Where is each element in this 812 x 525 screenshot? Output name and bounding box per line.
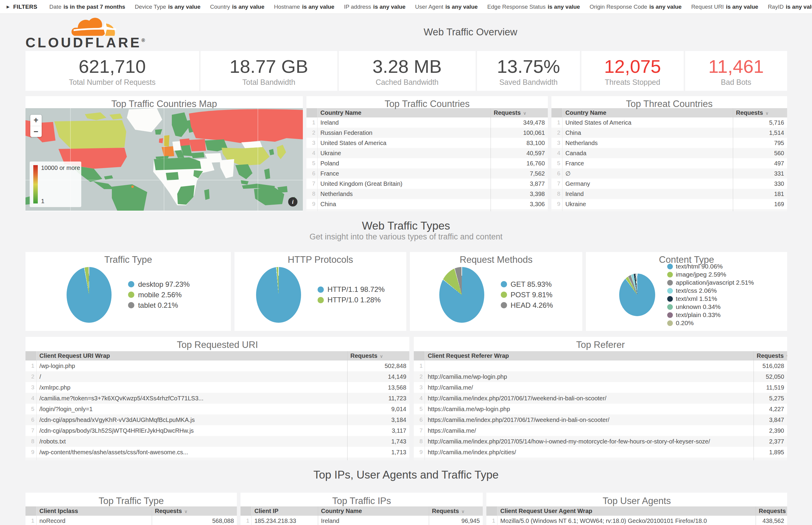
kpi-threats-stopped: 12,075Threats Stopped — [581, 51, 683, 91]
column-header[interactable]: Country Name — [317, 108, 490, 118]
http-protocols-pie[interactable] — [256, 267, 301, 323]
legend-item: HTTP/1.1 98.72% — [318, 285, 385, 294]
panel-title: HTTP Protocols — [235, 252, 406, 264]
table-row[interactable]: 5https://camilia.me/wp-login.php4,227 — [414, 404, 787, 415]
table-row[interactable]: 2http://camilia.me/wp-login.php52,050 — [414, 371, 787, 382]
column-header[interactable]: Requests∨ — [152, 507, 237, 516]
sort-chevron-icon: ∨ — [786, 354, 787, 359]
table-row[interactable]: 5France497 — [551, 158, 787, 168]
table-row[interactable]: 7Germany330 — [551, 179, 787, 189]
table-row[interactable]: 8Ireland181 — [551, 189, 787, 199]
top-threat-countries-table: Country NameRequests∨1United States of A… — [551, 108, 787, 211]
filter-item[interactable]: Device Typeis any value — [135, 4, 201, 10]
column-header[interactable]: Requests∨ — [754, 351, 787, 360]
country-germany — [173, 141, 181, 151]
filter-item[interactable]: IP addressis any value — [344, 4, 405, 10]
table-row[interactable]: 1noRecord568,088 — [26, 516, 237, 525]
filter-bar[interactable]: ▶ FILTERS Dateis in the past 7 monthsDev… — [0, 0, 812, 14]
column-header[interactable]: Requests∨ — [347, 351, 409, 360]
column-header[interactable]: Client Request URI Wrap — [36, 351, 347, 360]
section-title-web-traffic-types: Web Traffic Types — [0, 220, 812, 232]
table-row[interactable]: 1516,028 — [414, 360, 787, 371]
table-row[interactable]: 1Mozilla/5.0 (Windows NT 6.1; WOW64; rv:… — [486, 516, 787, 525]
table-row[interactable]: 3Netherlands795 — [551, 138, 787, 148]
table-row[interactable]: 4http://camilia.me/index.php/2017/06/17/… — [414, 393, 787, 404]
filter-item[interactable]: User Agentis any value — [415, 4, 478, 10]
filters-label[interactable]: FILTERS — [13, 4, 38, 10]
column-header[interactable]: Requests∨ — [490, 108, 548, 118]
table-row[interactable]: 9http://camilia.me/index.php/cities/1,89… — [414, 447, 787, 457]
table-row[interactable]: 1Ireland349,478 — [307, 118, 548, 127]
filter-item[interactable]: Countryis any value — [210, 4, 264, 10]
table-row[interactable]: 9China3,306 — [307, 199, 548, 209]
filter-item[interactable]: Dateis in the past 7 months — [49, 4, 126, 10]
legend-item: text/xml 1.51% — [667, 295, 754, 302]
table-row[interactable]: 10/wp-content/themes/ashe/style.css?ver=… — [26, 457, 409, 460]
table-row[interactable]: 2Russian Federation100,061 — [307, 127, 548, 138]
table-row[interactable]: 7/cdn-cgi/apps/body/3Lh52SjWTQ4HRlErJykH… — [26, 425, 409, 436]
country-ukraine — [189, 139, 206, 151]
table-row[interactable]: 10http://camilia.me/index.php/about/1,47… — [414, 457, 787, 460]
table-row[interactable]: 5/login/?login_only=19,014 — [26, 404, 409, 415]
uri-referer-row: Top Requested URI Client Request URI Wra… — [26, 337, 787, 460]
sort-chevron-icon: ∨ — [523, 110, 527, 116]
filter-items: Dateis in the past 7 monthsDevice Typeis… — [49, 4, 812, 10]
map-info-icon[interactable]: i — [288, 197, 297, 207]
table-row[interactable]: 8http://camilia.me/index.php/2017/05/14/… — [414, 436, 787, 447]
filter-item[interactable]: Edge Response Statusis any value — [487, 4, 580, 10]
table-row[interactable]: 1United States of America5,716 — [551, 118, 787, 127]
traffic-type-pie[interactable] — [67, 267, 112, 323]
column-header[interactable]: Client Ipclass — [36, 507, 152, 516]
filters-expand-icon[interactable]: ▶ — [6, 4, 10, 9]
table-row[interactable]: 2/14,149 — [26, 371, 409, 382]
filter-item[interactable]: Origin Response Codeis any value — [590, 4, 682, 10]
table-row[interactable]: 6https://camilia.me/index.php/2017/06/17… — [414, 415, 787, 425]
cloudflare-wordmark: CLOUDFLARE® — [26, 36, 154, 49]
table-row[interactable]: 1/wp-login.php502,848 — [26, 360, 409, 371]
table-row[interactable]: 6∅331 — [551, 168, 787, 179]
table-row[interactable]: 8/robots.txt1,743 — [26, 436, 409, 447]
table-row[interactable]: 9/wp-content/themes/ashe/assets/css/font… — [26, 447, 409, 457]
table-row[interactable]: 5Poland16,760 — [307, 158, 548, 168]
column-header[interactable]: Client Request Referer Wrap — [425, 351, 754, 360]
filter-item[interactable]: Request URIis any value — [691, 4, 758, 10]
panel-title: Top Referer — [414, 337, 787, 351]
country-greenland — [127, 108, 162, 132]
filter-item[interactable]: Hostnameis any value — [274, 4, 334, 10]
table-row[interactable]: 10Singapore158 — [551, 209, 787, 211]
column-header[interactable]: Requests∨ — [429, 507, 483, 516]
table-row[interactable]: 10Canada2,215 — [307, 209, 548, 211]
column-header[interactable]: Client IP — [251, 507, 318, 516]
table-row[interactable]: 9Ukraine169 — [551, 199, 787, 209]
column-header[interactable]: Client Request User Agent Wrap — [497, 507, 756, 516]
table-row[interactable]: 6France7,562 — [307, 168, 548, 179]
filter-item[interactable]: RayIDis any value — [768, 4, 812, 10]
table-row[interactable]: 3http://camilia.me/11,519 — [414, 382, 787, 393]
zoom-out-button[interactable]: − — [30, 126, 42, 137]
table-row[interactable]: 4Ukraine40,597 — [307, 148, 548, 158]
table-row[interactable]: 1185.234.218.33Ireland96,945 — [240, 516, 483, 525]
country-japan — [277, 145, 286, 159]
table-row[interactable]: 3United States of America83,100 — [307, 138, 548, 148]
table-row[interactable]: 4/camilia.me?token=s3+7k6XQvKwzp5/4XSs4r… — [26, 393, 409, 404]
legend-item: 0.20% — [667, 319, 754, 327]
table-row[interactable]: 6/cdn-cgi/apps/head/xVgyKhR-vV3dAUGhMqfB… — [26, 415, 409, 425]
table-row[interactable]: 4Canada560 — [551, 148, 787, 158]
table-row[interactable]: 7https://camilia.me/2,390 — [414, 425, 787, 436]
world-map[interactable]: + − 10000 or more 1 i — [26, 108, 303, 211]
table-row[interactable]: 8Netherlands3,398 — [307, 189, 548, 199]
content-type-pie[interactable] — [619, 274, 655, 316]
table-row[interactable]: 7United Kingdom (Great Britain)3,877 — [307, 179, 548, 189]
table-row[interactable]: 2China1,514 — [551, 127, 787, 138]
country-mongolia — [241, 141, 262, 148]
section-title-top-ips: Top IPs, User Agents and Traffic Type — [0, 469, 812, 482]
column-header[interactable]: Requests∨ — [733, 108, 787, 118]
country-madagascar — [204, 189, 210, 200]
column-header[interactable]: Country Name — [562, 108, 733, 118]
request-methods-pie[interactable] — [439, 267, 484, 323]
legend-dot-icon — [128, 302, 134, 308]
zoom-in-button[interactable]: + — [30, 115, 42, 126]
column-header[interactable]: Requests∨ — [756, 507, 787, 516]
column-header[interactable]: Country Name — [318, 507, 429, 516]
table-row[interactable]: 3/xmlrpc.php13,568 — [26, 382, 409, 393]
